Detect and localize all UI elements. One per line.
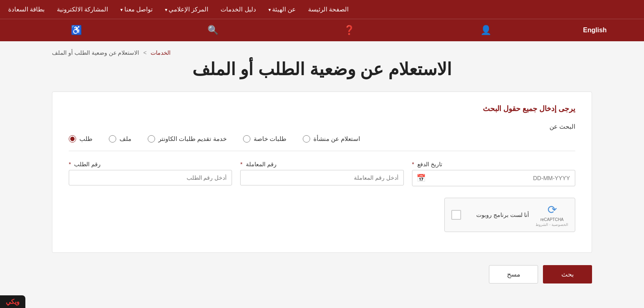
recaptcha-brand: reCAPTCHA [540,217,564,222]
payment-date-input[interactable] [430,171,575,185]
request-number-label-text: رقم الطلب [74,161,101,167]
radio-special-input[interactable] [243,135,250,143]
wikey-text: يكي [6,298,16,305]
recaptcha-wrapper: أنا لست برنامج روبوت ⟳ reCAPTCHA الخصوصي… [69,198,575,232]
nav-home[interactable]: الصفحة الرئيسة [308,6,349,13]
radio-establishment-input[interactable] [303,135,310,143]
breadcrumb-separator: > [142,49,146,56]
request-number-label: رقم الطلب * [69,161,101,167]
nav-about[interactable]: عن الهيئة [268,6,296,13]
accessibility-icon[interactable]: ♿ [63,22,90,38]
transaction-number-required: * [240,161,242,167]
radio-group: طلب ملف خدمة تقديم طلبات الكاونتر طلبات … [69,135,575,143]
radio-milaf-label: ملف [119,135,131,143]
radio-establishment-label: استعلام عن منشأة [313,135,360,143]
search-icon[interactable]: 🔍 [199,22,227,38]
recaptcha-subtext: الخصوصية - الشروط [536,223,568,227]
form-card: يرجى إدخال جميع حقول البحث البحث عن طلب … [52,92,592,253]
transaction-number-label-text: رقم المعاملة [246,161,277,167]
transaction-number-input[interactable] [240,170,403,185]
top-navigation: الصفحة الرئيسة عن الهيئة دليل الخدمات ال… [0,0,644,19]
request-number-group: رقم الطلب * [69,161,232,186]
radio-counter-label: خدمة تقديم طلبات الكاونتر [158,135,227,143]
wikey-badge[interactable]: ويكي [0,295,25,308]
breadcrumb-current: الاستعلام عن وضعية الطلب أو الملف [52,49,139,56]
payment-date-group: تاريخ الدفع * 📅 [412,161,575,186]
help-icon[interactable]: ❓ [336,22,363,38]
fields-row: رقم الطلب * رقم المعاملة * تاريخ الدفع * [69,161,575,186]
request-number-required: * [69,161,71,167]
user-icon[interactable]: 👤 [472,22,500,38]
radio-talab-input[interactable] [69,135,76,143]
icon-group: 👤 ❓ 🔍 ♿ [8,22,554,38]
recaptcha-checkbox[interactable] [451,210,461,220]
radio-counter[interactable]: خدمة تقديم طلبات الكاونتر [148,135,227,143]
search-button[interactable]: بحث [543,265,592,283]
radio-counter-input[interactable] [148,135,155,143]
clear-button[interactable]: مسح [489,265,538,283]
payment-date-required: * [412,161,414,167]
main-content: الخدمات > الاستعلام عن وضعية الطلب أو ال… [36,41,608,308]
radio-establishment[interactable]: استعلام عن منشأة [303,135,360,143]
breadcrumb-services[interactable]: الخدمات [151,49,171,56]
wikey-prefix: و [16,298,20,305]
calendar-icon[interactable]: 📅 [412,170,430,186]
payment-date-wrapper: 📅 [412,170,575,186]
nav-eparticipation[interactable]: المشاركة الالكترونية [57,6,108,13]
nav-contact[interactable]: تواصل معنا [120,6,153,13]
search-type-label: البحث عن [69,123,575,130]
payment-date-label-text: تاريخ الدفع [417,161,442,167]
radio-special[interactable]: طلبات خاصة [243,135,286,143]
recaptcha-label: أنا لست برنامج روبوت [468,212,529,218]
recaptcha-logo: ⟳ reCAPTCHA الخصوصية - الشروط [536,203,568,227]
transaction-number-label: رقم المعاملة * [240,161,276,167]
action-buttons: بحث مسح [52,265,592,283]
breadcrumb: الخدمات > الاستعلام عن وضعية الطلب أو ال… [52,49,592,56]
radio-milaf[interactable]: ملف [109,135,131,143]
radio-milaf-input[interactable] [109,135,116,143]
search-type-section: البحث عن طلب ملف خدمة تقديم طلبات الكاون… [69,123,575,151]
radio-talab-label: طلب [79,135,92,143]
nav-happiness[interactable]: بطاقة السعادة [8,6,45,13]
recaptcha-icon: ⟳ [547,203,557,216]
payment-date-label: تاريخ الدفع * [412,161,442,167]
form-subtitle: يرجى إدخال جميع حقول البحث [69,104,575,113]
page-title: الاستعلام عن وضعية الطلب أو الملف [52,59,592,79]
radio-special-label: طلبات خاصة [254,135,286,143]
transaction-number-group: رقم المعاملة * [240,161,403,186]
recaptcha-box: أنا لست برنامج روبوت ⟳ reCAPTCHA الخصوصي… [444,198,575,232]
second-navigation: English 👤 ❓ 🔍 ♿ [0,19,644,41]
radio-talab[interactable]: طلب [69,135,92,143]
nav-services[interactable]: دليل الخدمات [221,6,256,13]
nav-media[interactable]: المركز الإعلامي [165,6,209,13]
language-toggle[interactable]: English [554,24,636,36]
request-number-input[interactable] [69,170,232,185]
